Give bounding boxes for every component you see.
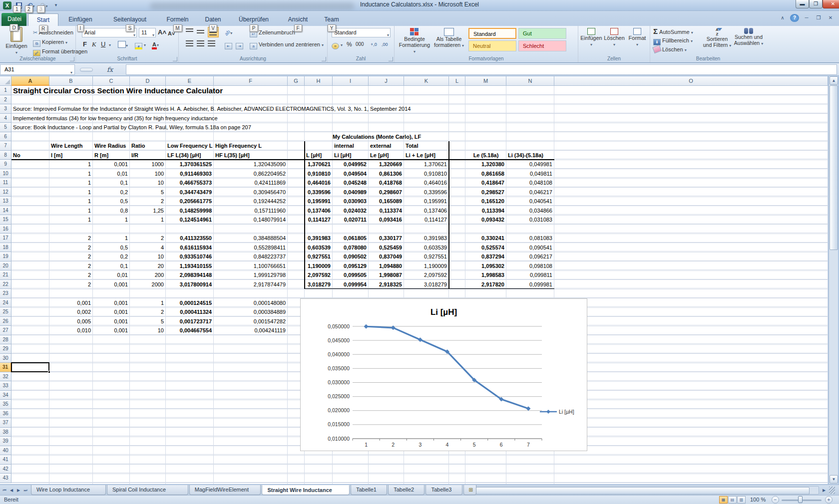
row-header-38[interactable]: 38 [0,428,11,437]
cell-F22[interactable]: 2,917874479 [214,280,288,289]
column-header-H[interactable]: H [305,76,333,86]
column-header-L[interactable]: L [449,76,465,86]
sheet-tab-tabelle3[interactable]: Tabelle3 [425,485,462,495]
cell-D20[interactable]: 20 [130,261,166,270]
cell-C8[interactable]: R [m] [93,151,108,160]
cell-K20[interactable]: 1,190009 [404,261,449,270]
cell-K15[interactable]: 0,114127 [404,215,449,224]
cell-A3[interactable]: Source: Improved Formulae for the Induct… [11,104,411,113]
vertical-scroll-thumb[interactable] [830,85,838,250]
cell-J9[interactable]: 1,320669 [369,160,404,169]
cell-E27[interactable]: 0,004667554 [166,326,214,335]
cell-B18[interactable]: 2 [49,243,93,252]
cell-M17[interactable]: 0,330241 [465,234,506,243]
cell-M8[interactable]: Le (5.18a) [465,151,506,160]
row-header-14[interactable]: 14 [0,206,11,216]
scroll-down-icon[interactable]: ▼ [830,475,838,484]
cell-M13[interactable]: 0,165120 [465,197,506,206]
cell-M19[interactable]: 0,837294 [465,252,506,261]
row-header-11[interactable]: 11 [0,178,11,188]
dialog-launcher-icon[interactable] [173,57,177,61]
zoom-in-button[interactable]: + [825,496,833,504]
cell-K13[interactable]: 0,195991 [404,197,449,206]
cell-F19[interactable]: 0,848223737 [214,252,288,261]
cell-H17[interactable]: 0,391983 [305,234,333,243]
cell-J18[interactable]: 0,525459 [369,243,404,252]
cell-H11[interactable]: 0,464016 [305,178,333,187]
page-layout-view-button[interactable]: ▤ [728,496,737,504]
row-header-5[interactable]: 5 [0,123,11,132]
cell-E8[interactable]: LF L(34) [µH] [166,151,201,160]
cell-I17[interactable]: 0,061805 [333,234,369,243]
cell-N15[interactable]: 0,031083 [506,215,554,224]
select-all-corner[interactable] [0,76,11,86]
cell-E22[interactable]: 3,017800914 [166,280,214,289]
cell-N19[interactable]: 0,096217 [506,252,554,261]
align-middle-button[interactable] [197,28,204,37]
cell-B27[interactable]: 0,010 [49,326,93,335]
cell-K18[interactable]: 0,603539 [404,243,449,252]
cell-N21[interactable]: 0,099811 [506,270,554,279]
cell-I10[interactable]: 0,049504 [333,169,369,178]
cell-E26[interactable]: 0,001723717 [166,317,214,326]
row-header-4[interactable]: 4 [0,114,11,123]
cell-C18[interactable]: 0,5 [93,243,130,252]
row-header-34[interactable]: 34 [0,391,11,400]
cell-H12[interactable]: 0,339596 [305,188,333,197]
style-chip-standard[interactable]: Standard [468,28,516,39]
cell-D24[interactable]: 1 [130,298,166,307]
row-header-40[interactable]: 40 [0,446,11,456]
cell-J10[interactable]: 0,861306 [369,169,404,178]
cell-C26[interactable]: 0,001 [93,317,130,326]
column-header-D[interactable]: D [130,76,166,86]
row-header-32[interactable]: 32 [0,372,11,382]
cell-C27[interactable]: 0,001 [93,326,130,335]
cell-A5[interactable]: Source: Book Inductance - Loop and Parti… [11,123,251,132]
cell-N17[interactable]: 0,081083 [506,234,554,243]
cell-D12[interactable]: 5 [130,188,166,197]
cell-F11[interactable]: 0,424111869 [214,178,288,187]
insert-worksheet-tab[interactable]: ⊞ [463,485,476,495]
cell-E20[interactable]: 1,193410155 [166,261,214,270]
tab-seitenlayout[interactable]: SeitenlayoutS [102,13,157,26]
cell-N9[interactable]: 0,049981 [506,160,554,169]
row-header-24[interactable]: 24 [0,298,11,308]
cell-I18[interactable]: 0,078080 [333,243,369,252]
cell-K14[interactable]: 0,137406 [404,206,449,215]
horizontal-scroll-thumb[interactable] [476,487,810,495]
cell-E24[interactable]: 0,000124515 [166,298,214,307]
row-header-30[interactable]: 30 [0,354,11,363]
cell-H18[interactable]: 0,603539 [305,243,333,252]
cell-M14[interactable]: 0,113394 [465,206,506,215]
cell-F8[interactable]: HF L(35) [µH] [214,151,250,160]
row-header-33[interactable]: 33 [0,381,11,391]
row-header-26[interactable]: 26 [0,317,11,326]
workbook-minimize-icon[interactable]: ─ [802,14,811,22]
cell-B15[interactable]: 1 [49,215,93,224]
cell-F18[interactable]: 0,552898411 [214,243,288,252]
cell-F24[interactable]: 0,000148080 [214,298,288,307]
cell-E10[interactable]: 0,911469303 [166,169,214,178]
align-top-button[interactable] [186,28,193,37]
row-header-43[interactable]: 43 [0,474,11,483]
cell-C13[interactable]: 0,5 [93,197,130,206]
fill-button[interactable]: ⬇Füllbereich ▾ [653,36,693,45]
cell-I20[interactable]: 0,095129 [333,261,369,270]
cell-D17[interactable]: 2 [130,234,166,243]
delete-cells-button[interactable]: Löschen▾ [603,27,625,60]
cell-M10[interactable]: 0,861658 [465,169,506,178]
row-header-37[interactable]: 37 [0,418,11,428]
cell-K21[interactable]: 2,097592 [404,270,449,279]
collapse-ribbon-icon[interactable]: ∧ [778,14,787,22]
column-header-M[interactable]: M [465,76,506,86]
cell-J11[interactable]: 0,418768 [369,178,404,187]
row-header-21[interactable]: 21 [0,270,11,280]
row-header-18[interactable]: 18 [0,243,11,252]
cell-C12[interactable]: 0,2 [93,188,130,197]
orientation-button[interactable]: ab▾ [225,28,232,37]
font-size-select[interactable]: 11▾ [139,28,156,37]
cell-B25[interactable]: 0,002 [49,307,93,316]
name-box[interactable]: A31▾ [0,64,75,75]
cell-H9[interactable]: 1,370621 [305,160,333,169]
tab-einfgen[interactable]: EinfügenI [60,13,101,26]
